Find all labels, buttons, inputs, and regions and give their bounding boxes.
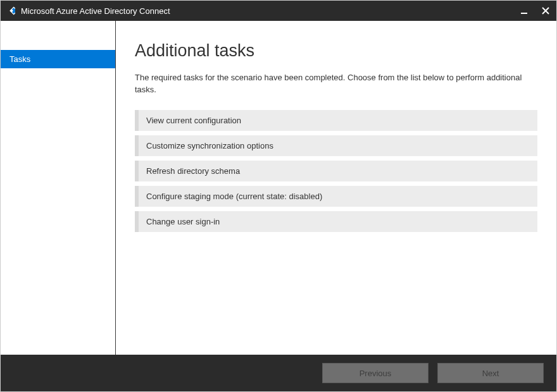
button-label: Previous (360, 369, 392, 378)
close-button[interactable] (540, 5, 551, 16)
page-description: The required tasks for the scenario have… (135, 72, 537, 96)
sidebar: Tasks (1, 21, 116, 355)
window-title: Microsoft Azure Active Directory Connect (21, 6, 518, 16)
sidebar-item-tasks[interactable]: Tasks (1, 50, 115, 68)
previous-button[interactable]: Previous (322, 363, 429, 383)
task-label: Change user sign-in (146, 217, 220, 226)
sidebar-item-label: Tasks (9, 54, 30, 64)
page-title: Additional tasks (135, 41, 537, 61)
titlebar: Microsoft Azure Active Directory Connect (1, 1, 556, 21)
next-button[interactable]: Next (437, 363, 544, 383)
app-icon (4, 5, 16, 16)
task-list: View current configuration Customize syn… (135, 110, 537, 232)
task-label: Customize synchronization options (146, 141, 273, 150)
task-configure-staging[interactable]: Configure staging mode (current state: d… (135, 186, 537, 207)
task-customize-sync[interactable]: Customize synchronization options (135, 135, 537, 156)
task-label: Configure staging mode (current state: d… (146, 192, 322, 201)
footer: Previous Next (1, 355, 556, 391)
button-label: Next (482, 369, 499, 378)
task-label: View current configuration (146, 116, 241, 125)
main-panel: Additional tasks The required tasks for … (116, 21, 556, 355)
body: Tasks Additional tasks The required task… (1, 21, 556, 355)
task-change-signin[interactable]: Change user sign-in (135, 211, 537, 232)
task-label: Refresh directory schema (146, 166, 240, 176)
svg-rect-2 (521, 13, 527, 14)
task-refresh-schema[interactable]: Refresh directory schema (135, 161, 537, 181)
minimize-button[interactable] (518, 5, 530, 16)
task-view-configuration[interactable]: View current configuration (135, 110, 537, 131)
window-controls (518, 5, 551, 16)
